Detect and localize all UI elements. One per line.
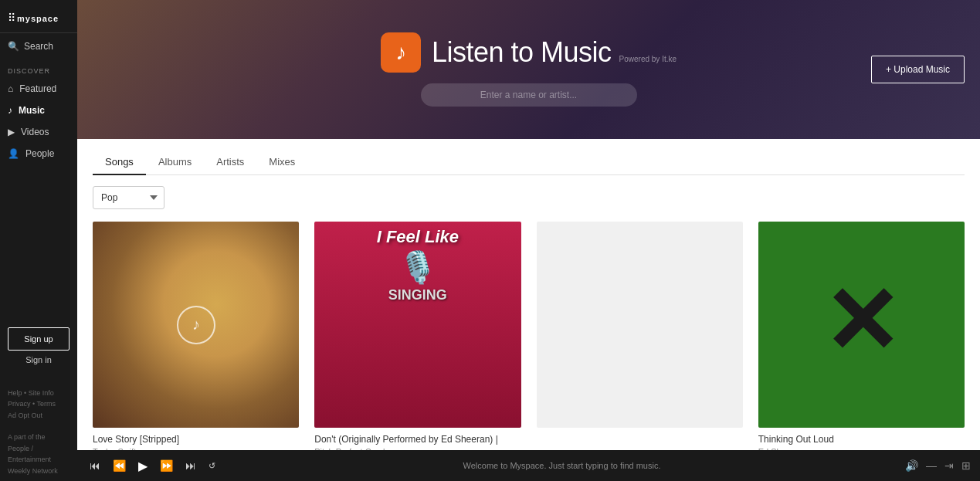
tab-albums[interactable]: Albums [146, 150, 204, 175]
card-title-feel-like: Don't (Originally Performed by Ed Sheera… [314, 434, 521, 445]
card-title-thinking: Thinking Out Loud [758, 434, 965, 445]
weekly-network-text: Weekly Network [8, 467, 58, 475]
player-prev-button[interactable]: ⏮ [86, 458, 103, 473]
tab-songs[interactable]: Songs [93, 150, 146, 175]
site-info-link[interactable]: Site Info [29, 389, 54, 397]
logo: ⠿myspace [0, 0, 77, 33]
part-of-text: A part of the [8, 433, 46, 441]
people-link[interactable]: People / [8, 445, 33, 452]
hero-subtitle: Powered by It.ke [619, 55, 677, 63]
sidebar-item-label: Videos [21, 127, 49, 137]
sidebar-footer: Sign up Sign in [0, 320, 77, 372]
music-card-empty[interactable] [537, 222, 743, 450]
help-link[interactable]: Help [8, 389, 22, 397]
main-content: ♪ Listen to Music Powered by It.ke + Upl… [77, 0, 980, 481]
player-rewind-button[interactable]: ⏪ [110, 458, 129, 473]
sidebar-item-videos[interactable]: ▶ Videos [0, 121, 77, 143]
player-play-button[interactable]: ▶ [135, 457, 151, 475]
player-settings-icon[interactable]: — [926, 459, 937, 472]
search-nav-item[interactable]: 🔍 Search [0, 33, 77, 59]
player-expand-icon[interactable]: ⊞ [961, 459, 971, 472]
hero-search-input[interactable] [421, 83, 637, 107]
tabs-row: Songs Albums Artists Mixes [93, 139, 965, 175]
genre-select[interactable]: Pop Rock Hip Hop R&B Country Electronic … [93, 186, 164, 209]
hero-title-row: ♪ Listen to Music Powered by It.ke [381, 32, 677, 73]
music-card-feel-like[interactable]: I Feel Like 🎙️ SINGING Don't (Originally… [314, 222, 521, 450]
card-title-love-story: Love Story [Stripped] [93, 434, 299, 445]
home-icon: ⌂ [8, 83, 13, 94]
tab-mixes[interactable]: Mixes [256, 150, 307, 175]
sidebar: ⠿myspace 🔍 Search DISCOVER ⌂ Featured ♪ … [0, 0, 77, 481]
sidebar-links: Help • Site Info Privacy • Terms Ad Opt … [0, 372, 77, 481]
music-card-love-story[interactable]: ♪ Love Story [Stripped] Taylor Swift [93, 222, 299, 450]
thumb-feel-like: I Feel Like 🎙️ SINGING [314, 222, 521, 428]
player-controls: ⏮ ⏪ ▶ ⏩ ⏭ ↺ [86, 457, 219, 475]
music-grid-row1: ♪ Love Story [Stripped] Taylor Swift I F… [93, 222, 965, 450]
entertainment-link[interactable]: Entertainment [8, 456, 51, 463]
feel-like-top-text: I Feel Like [377, 228, 459, 246]
play-circle-icon: ♪ [177, 306, 215, 344]
thumb-love-story: ♪ [93, 222, 299, 428]
player-message: Welcome to Myspace. Just start typing to… [226, 461, 897, 470]
player-bar: ⏮ ⏪ ▶ ⏩ ⏭ ↺ Welcome to Myspace. Just sta… [77, 450, 980, 481]
thumb-empty [537, 222, 743, 428]
player-volume-icon[interactable]: 🔊 [905, 459, 918, 472]
discover-section-label: DISCOVER [0, 59, 77, 78]
logo-dots: ⠿ [8, 12, 15, 24]
signup-button[interactable]: Sign up [8, 327, 70, 351]
privacy-link[interactable]: Privacy [8, 400, 31, 408]
sidebar-item-label: People [25, 148, 54, 159]
hero-banner: ♪ Listen to Music Powered by It.ke + Upl… [77, 0, 980, 139]
player-share-icon[interactable]: ⇥ [944, 459, 954, 472]
player-repeat-button[interactable]: ↺ [205, 459, 219, 473]
sidebar-item-label: Featured [19, 83, 56, 94]
music-icon: ♪ [8, 105, 12, 116]
feel-like-mic-icon: 🎙️ [398, 249, 437, 286]
player-next-button[interactable]: ⏭ [182, 458, 199, 473]
thumb-thinking: ✕ [758, 222, 965, 428]
sidebar-item-label: Music [19, 105, 45, 116]
signin-link[interactable]: Sign in [8, 355, 70, 364]
hero-title: Listen to Music [432, 36, 612, 69]
music-card-thinking[interactable]: ✕ Thinking Out Loud Ed Sheeran [758, 222, 965, 450]
tab-artists[interactable]: Artists [204, 150, 256, 175]
hero-music-icon: ♪ [395, 40, 406, 65]
terms-link[interactable]: Terms [37, 400, 56, 408]
video-icon: ▶ [8, 127, 15, 137]
thinking-x-graphic: ✕ [822, 275, 900, 368]
ad-opt-out-link[interactable]: Ad Opt Out [8, 412, 42, 419]
player-forward-button[interactable]: ⏩ [157, 458, 176, 473]
hero-title-text: Listen to Music Powered by It.ke [432, 36, 677, 69]
sidebar-item-featured[interactable]: ⌂ Featured [0, 78, 77, 100]
sidebar-item-people[interactable]: 👤 People [0, 143, 77, 164]
logo-text: myspace [17, 14, 59, 23]
content-area: Songs Albums Artists Mixes Pop Rock Hip … [77, 139, 980, 450]
sidebar-item-music[interactable]: ♪ Music [0, 100, 77, 121]
upload-music-button[interactable]: + Upload Music [871, 56, 965, 83]
search-label: Search [24, 41, 53, 52]
people-icon: 👤 [8, 148, 19, 159]
hero-center: ♪ Listen to Music Powered by It.ke [381, 32, 677, 107]
hero-music-icon-box: ♪ [381, 32, 421, 73]
player-right-controls: 🔊 — ⇥ ⊞ [905, 459, 971, 472]
feel-like-bottom-text: SINGING [388, 287, 447, 303]
search-icon: 🔍 [8, 41, 19, 52]
